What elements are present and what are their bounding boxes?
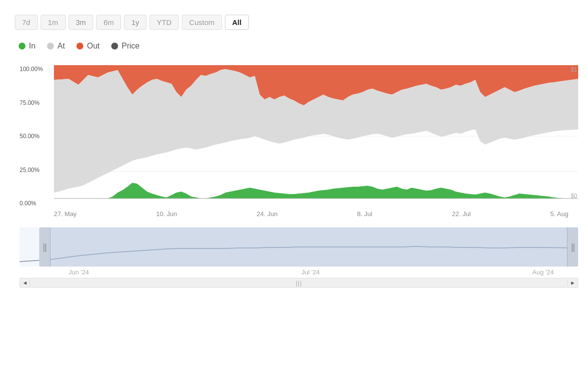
chart-wrapper: 100.00% 75.00% 50.00% 25.00% 0.00%: [15, 65, 573, 288]
btn-1y[interactable]: 1y: [124, 15, 147, 30]
legend-price-label: Price: [122, 42, 139, 50]
scroll-right-button[interactable]: ►: [567, 278, 578, 288]
x-label-4: 22. Jul: [452, 210, 470, 218]
chart-svg-container: $1 $0: [54, 65, 578, 207]
navigator-handle-left[interactable]: ||: [39, 227, 50, 267]
legend-at-label: At: [57, 42, 65, 50]
y-label-25: 25.00%: [20, 167, 43, 173]
nav-x-label-1: Jul '24: [301, 269, 319, 276]
y-label-75: 75.00%: [20, 100, 43, 106]
legend-in[interactable]: In: [19, 42, 35, 50]
navigator-selected: [50, 227, 567, 267]
main-chart: 100.00% 75.00% 50.00% 25.00% 0.00%: [20, 65, 578, 207]
y-label-100: 100.00%: [20, 66, 43, 72]
legend-out-label: Out: [87, 42, 99, 50]
navigator: || ||: [20, 227, 578, 267]
x-label-2: 24. Jun: [257, 210, 278, 218]
time-range-bar: 7d 1m 3m 6m 1y YTD Custom All: [15, 15, 573, 30]
x-label-5: 5. Aug: [550, 210, 568, 218]
navigator-handle-right[interactable]: ||: [567, 227, 578, 267]
x-label-0: 27. May: [54, 210, 76, 218]
btn-6m[interactable]: 6m: [96, 15, 121, 30]
btn-ytd[interactable]: YTD: [149, 15, 179, 30]
btn-7d[interactable]: 7d: [15, 15, 38, 30]
scroll-left-button[interactable]: ◄: [20, 278, 30, 288]
main-chart-svg: [54, 65, 578, 207]
nav-x-label-0: Jun '24: [69, 269, 89, 276]
chart-legend: In At Out Price: [19, 42, 573, 50]
x-label-3: 8. Jul: [357, 210, 372, 218]
y-label-0: 0.00%: [20, 200, 43, 206]
btn-3m[interactable]: 3m: [69, 15, 94, 30]
legend-at-dot: [47, 43, 54, 49]
scroll-track[interactable]: |||: [30, 278, 567, 288]
legend-in-label: In: [29, 42, 35, 50]
price-label-bottom: $0: [571, 193, 577, 199]
btn-all[interactable]: All: [225, 15, 249, 30]
legend-out[interactable]: Out: [76, 42, 99, 50]
y-label-50: 50.00%: [20, 133, 43, 139]
legend-price-dot: [111, 43, 118, 49]
legend-out-dot: [76, 43, 83, 49]
scrollbar-row: ◄ ||| ►: [20, 278, 578, 288]
x-axis: 27. May 10. Jun 24. Jun 8. Jul 22. Jul 5…: [54, 210, 568, 218]
navigator-x-labels: Jun '24 Jul '24 Aug '24: [54, 269, 568, 276]
scroll-thumb-handle: |||: [295, 279, 302, 287]
right-handle-icon: ||: [571, 242, 574, 252]
price-label-top: $1: [571, 66, 577, 73]
legend-price[interactable]: Price: [111, 42, 139, 50]
left-handle-icon: ||: [43, 242, 46, 252]
legend-at[interactable]: At: [47, 42, 65, 50]
legend-in-dot: [19, 43, 25, 49]
btn-1m[interactable]: 1m: [41, 15, 66, 30]
btn-custom[interactable]: Custom: [182, 15, 222, 30]
y-axis: 100.00% 75.00% 50.00% 25.00% 0.00%: [20, 65, 43, 207]
nav-x-label-2: Aug '24: [532, 269, 554, 276]
x-label-1: 10. Jun: [156, 210, 177, 218]
